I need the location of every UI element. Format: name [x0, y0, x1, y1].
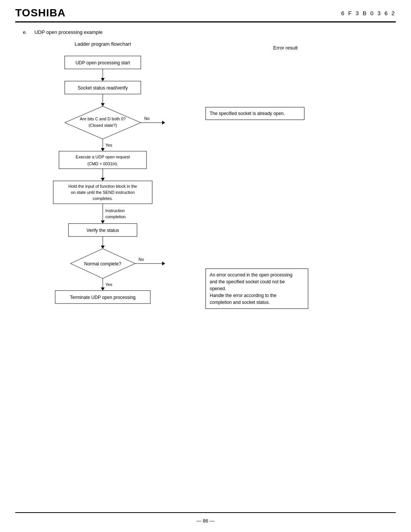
section-title: UDP open processing example	[34, 29, 102, 35]
svg-marker-27	[101, 220, 105, 224]
company-logo: TOSHIBA	[15, 7, 66, 19]
flowchart-column: Ladder program flowchart UDP open proces…	[23, 41, 183, 387]
svg-text:on state until the SEND instru: on state until the SEND instruction	[71, 190, 135, 195]
footer-divider	[15, 512, 396, 513]
page-number: — 86 —	[0, 518, 411, 524]
svg-text:Socket status read/verify: Socket status read/verify	[78, 85, 127, 91]
svg-rect-17	[59, 151, 147, 169]
svg-text:Yes: Yes	[105, 282, 112, 287]
svg-text:UDP open processing start: UDP open processing start	[75, 60, 130, 66]
svg-text:Yes: Yes	[105, 143, 112, 147]
main-content: e. UDP open processing example Ladder pr…	[0, 22, 411, 387]
flowchart-header: Ladder program flowchart	[23, 41, 183, 47]
svg-text:Hold the input of function blo: Hold the input of function block in the	[68, 184, 137, 189]
svg-marker-33	[101, 246, 105, 249]
svg-marker-37	[162, 262, 165, 265]
svg-text:completes.: completes.	[92, 196, 113, 201]
svg-marker-40	[101, 288, 105, 291]
page-header: TOSHIBA 6 F 3 B 0 3 6 2	[0, 0, 411, 19]
svg-text:Terminate UDP open processing: Terminate UDP open processing	[70, 295, 136, 300]
svg-marker-3	[101, 78, 105, 81]
svg-marker-15	[101, 148, 105, 151]
svg-text:No: No	[144, 116, 150, 121]
error-box-2: An error occurred in the open processing…	[206, 268, 308, 309]
document-number: 6 F 3 B 0 3 6 2	[341, 7, 396, 16]
svg-text:(Closed state?): (Closed state?)	[89, 123, 117, 128]
svg-marker-21	[101, 178, 105, 181]
svg-text:Verify the status: Verify the status	[86, 228, 119, 233]
svg-text:No: No	[139, 257, 144, 262]
svg-text:completion: completion	[105, 214, 126, 219]
svg-text:Execute a UDP open request: Execute a UDP open request	[76, 155, 130, 159]
svg-marker-12	[162, 121, 165, 125]
flowchart-svg: UDP open processing start Socket status …	[30, 52, 175, 387]
svg-marker-7	[101, 103, 105, 106]
error-header: Error result	[183, 45, 388, 51]
error-box-1: The specified socket is already open.	[206, 107, 304, 120]
section-letter: e.	[23, 29, 27, 35]
section-label: e. UDP open processing example	[23, 29, 388, 35]
flowchart-area: Ladder program flowchart UDP open proces…	[23, 41, 388, 387]
svg-text:(CMD = 0031H).: (CMD = 0031H).	[88, 161, 118, 166]
svg-text:Are bits C and D both 0?: Are bits C and D both 0?	[80, 117, 126, 121]
svg-marker-8	[65, 106, 141, 139]
svg-text:Instruction: Instruction	[105, 208, 125, 213]
svg-text:Normal complete?: Normal complete?	[84, 261, 121, 267]
error-column: Error result The specified socket is alr…	[183, 41, 388, 309]
